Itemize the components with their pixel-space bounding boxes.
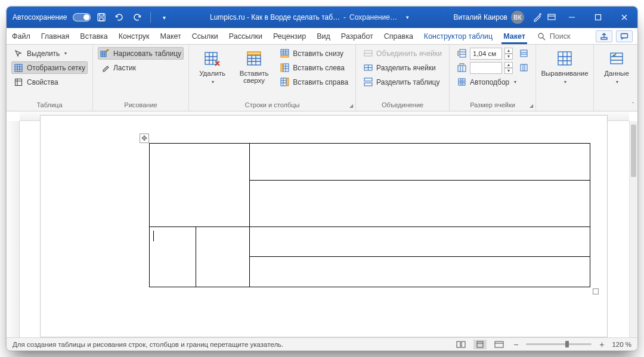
user-avatar[interactable]: ВК [511, 11, 524, 24]
zoom-out-button[interactable]: − [512, 340, 520, 349]
svg-rect-19 [281, 64, 283, 72]
share-button[interactable] [596, 30, 612, 42]
draw-table-icon [100, 49, 110, 58]
height-up[interactable]: ▲ [504, 48, 513, 54]
data-button[interactable]: Данные▾ [599, 47, 634, 87]
page[interactable]: ✥ [40, 115, 608, 337]
maximize-button[interactable] [585, 7, 611, 28]
tab-home[interactable]: Главная [36, 28, 75, 44]
autosave-toggle[interactable] [73, 13, 91, 21]
read-mode-icon[interactable] [454, 340, 467, 349]
table-move-handle[interactable]: ✥ [140, 134, 149, 143]
width-up[interactable]: ▲ [504, 62, 513, 68]
select-button[interactable]: Выделить▾ [11, 47, 88, 60]
print-layout-icon[interactable] [473, 340, 487, 349]
split-cells-label: Разделить ячейки [376, 64, 436, 72]
alignment-button[interactable]: Выравнивание▾ [541, 47, 589, 87]
vertical-scrollbar[interactable] [629, 121, 637, 337]
tab-file[interactable]: Файл [7, 28, 36, 44]
group-merge-label: Объединение [361, 100, 444, 111]
draw-table-button[interactable]: Нарисовать таблицу [98, 47, 184, 60]
split-cells-button[interactable]: Разделить ячейки [361, 61, 444, 74]
insert-above-button[interactable]: Вставить сверху [236, 47, 273, 86]
close-button[interactable] [611, 7, 637, 28]
autofit-icon [457, 77, 466, 87]
insert-above-label: Вставить сверху [237, 70, 271, 84]
row-height-field[interactable]: ▲▼ [454, 47, 531, 60]
search-icon [537, 32, 546, 41]
tab-layout[interactable]: Макет [154, 28, 186, 44]
split-table-button[interactable]: Разделить таблицу [361, 76, 444, 88]
group-rows-cols: Удалить ▾ Вставить сверху Вставить снизу… [189, 45, 356, 111]
tab-developer[interactable]: Разработ [336, 28, 379, 44]
properties-button[interactable]: Свойства [11, 76, 88, 88]
tab-review[interactable]: Рецензир [268, 28, 311, 44]
status-hint: Для создания таблицы и рисования строк, … [13, 341, 283, 348]
tab-table-layout[interactable]: Макет [498, 28, 531, 44]
table-resize-handle[interactable] [593, 288, 599, 294]
title-dropdown-icon[interactable]: ▾ [401, 10, 415, 24]
comments-button[interactable] [616, 30, 633, 42]
document-title: Lumpics.ru - Как в Ворде сделать таб… [210, 13, 340, 21]
zoom-slider-knob[interactable] [565, 341, 569, 347]
tab-table-design[interactable]: Конструктор таблиц [419, 28, 498, 44]
ribbon-display-icon[interactable] [544, 10, 559, 24]
svg-point-3 [540, 14, 541, 15]
col-width-icon [457, 63, 466, 73]
tab-view[interactable]: Вид [311, 28, 336, 44]
tab-design[interactable]: Конструк [113, 28, 155, 44]
eraser-button[interactable]: Ластик [98, 61, 184, 74]
group-rowscols-label: Строки и столбцы [194, 100, 351, 111]
insert-left-button[interactable]: Вставить слева [277, 61, 351, 74]
insert-below-icon [280, 49, 289, 58]
scrollbar-thumb[interactable] [631, 125, 636, 177]
distribute-rows-icon[interactable] [519, 49, 528, 58]
view-gridlines-button[interactable]: Отобразить сетку [11, 61, 88, 74]
svg-rect-25 [364, 83, 372, 86]
svg-rect-30 [459, 79, 465, 85]
qat-more-icon[interactable]: ▾ [157, 10, 171, 24]
split-table-label: Разделить таблицу [376, 78, 439, 86]
merge-cells-label: Объединить ячейки [376, 49, 442, 58]
group-cell-size: ▲▼ ▲▼ Автоподбор▾ Размер ячейки [450, 45, 536, 111]
autofit-button[interactable]: Автоподбор▾ [454, 76, 531, 88]
distribute-cols-icon[interactable] [519, 63, 528, 73]
user-name[interactable]: Виталий Каиров [453, 13, 507, 21]
eraser-label: Ластик [113, 64, 136, 72]
width-down[interactable]: ▼ [504, 68, 513, 74]
tab-help[interactable]: Справка [379, 28, 419, 44]
svg-rect-16 [281, 49, 289, 55]
tab-insert[interactable]: Вставка [75, 28, 113, 44]
height-down[interactable]: ▼ [504, 54, 513, 60]
svg-rect-34 [462, 342, 465, 347]
zoom-level[interactable]: 120 % [612, 341, 631, 348]
delete-button[interactable]: Удалить ▾ [194, 47, 231, 87]
insert-above-icon [245, 49, 263, 67]
zoom-in-button[interactable]: + [597, 340, 606, 349]
status-bar: Для создания таблицы и рисования строк, … [7, 337, 637, 350]
document-table[interactable] [149, 143, 590, 287]
drawpen-icon[interactable] [530, 10, 544, 24]
eraser-icon [100, 63, 110, 73]
insert-right-button[interactable]: Вставить справа [277, 76, 351, 88]
insert-left-label: Вставить слева [293, 64, 345, 72]
insert-below-button[interactable]: Вставить снизу [277, 47, 351, 60]
svg-rect-28 [458, 66, 466, 72]
gridlines-label: Отобразить сетку [27, 64, 85, 72]
vertical-ruler[interactable] [7, 121, 20, 337]
col-width-field[interactable]: ▲▼ [454, 61, 531, 74]
search-box[interactable]: Поиск [531, 28, 577, 44]
zoom-slider[interactable] [526, 343, 592, 345]
undo-icon[interactable] [112, 10, 126, 24]
tab-mailings[interactable]: Рассылки [224, 28, 268, 44]
web-layout-icon[interactable] [493, 340, 506, 349]
merge-cells-button[interactable]: Объединить ячейки [361, 47, 444, 60]
col-width-input[interactable] [470, 62, 502, 74]
group-draw: Нарисовать таблицу Ластик Рисование [93, 45, 189, 111]
tab-references[interactable]: Ссылки [187, 28, 224, 44]
redo-icon[interactable] [130, 10, 144, 24]
minimize-button[interactable] [559, 7, 585, 28]
collapse-ribbon-icon[interactable]: ˆ [632, 102, 634, 108]
save-icon[interactable] [94, 10, 109, 24]
row-height-input[interactable] [470, 48, 502, 60]
